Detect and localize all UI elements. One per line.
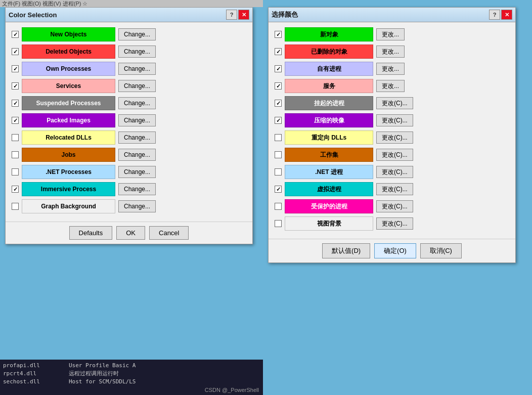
change-btn-10[interactable]: Change...	[118, 200, 156, 212]
defaults-button-cn[interactable]: 默认值(D)	[322, 243, 370, 258]
color-row: 挂起的进程更改(C)...	[275, 96, 509, 110]
color-row: 新对象更改...	[275, 27, 509, 41]
change-btn-2[interactable]: Change...	[118, 63, 156, 75]
color-label-5: Packed Images	[22, 113, 115, 127]
color-label-10: 受保护的进程	[285, 199, 373, 213]
ok-button-cn[interactable]: 确定(O)	[374, 243, 416, 258]
checkbox-5[interactable]	[275, 117, 282, 124]
change-btn-3[interactable]: 更改...	[376, 80, 405, 92]
checkbox-11[interactable]	[275, 220, 282, 227]
checkbox-3[interactable]	[12, 82, 19, 90]
color-label-0: 新对象	[285, 27, 373, 41]
checkbox-1[interactable]	[275, 48, 282, 55]
color-label-7: Jobs	[22, 148, 115, 162]
checkbox-5[interactable]	[12, 117, 19, 124]
checkbox-10[interactable]	[12, 203, 19, 210]
change-btn-2[interactable]: 更改...	[376, 63, 405, 75]
change-btn-5[interactable]: 更改(C)...	[376, 114, 413, 126]
color-row: Deleted ObjectsChange...	[12, 45, 246, 59]
change-btn-0[interactable]: 更改...	[376, 28, 405, 40]
checkbox-2[interactable]	[12, 65, 19, 72]
dialog-cn-title: 选择颜色	[272, 10, 298, 19]
titlebar-cn: 选择颜色 ? ✕	[269, 8, 515, 22]
color-row: 受保护的进程更改(C)...	[275, 199, 509, 213]
color-label-6: Relocated DLLs	[22, 130, 115, 145]
checkbox-0[interactable]	[12, 31, 19, 38]
color-label-2: 自有进程	[285, 62, 373, 76]
color-row: Immersive ProcessChange...	[12, 182, 246, 196]
checkbox-6[interactable]	[275, 134, 282, 141]
color-label-8: .NET 进程	[285, 165, 373, 179]
color-label-9: Immersive Process	[22, 182, 115, 196]
color-label-6: 重定向 DLLs	[285, 130, 373, 145]
color-label-7: 工作集	[285, 148, 373, 162]
change-btn-7[interactable]: Change...	[118, 149, 156, 161]
watermark: CSDN @_PowerShell	[205, 387, 259, 393]
color-row: Relocated DLLsChange...	[12, 130, 246, 145]
color-row: 重定向 DLLs更改(C)...	[275, 130, 509, 145]
taskbar-hint: 文件(F) 视图(O) 视图(V) 进程(P) ☆	[0, 0, 263, 7]
change-btn-5[interactable]: Change...	[118, 114, 156, 126]
color-label-0: New Objects	[22, 27, 115, 41]
bottom-line: rpcrt4.dll远程过程调用运行时	[3, 370, 260, 378]
checkbox-2[interactable]	[275, 65, 282, 72]
dialog-en-footer: Defaults OK Cancel	[6, 222, 252, 244]
checkbox-1[interactable]	[12, 48, 19, 55]
checkbox-9[interactable]	[12, 186, 19, 193]
checkbox-8[interactable]	[275, 168, 282, 175]
change-btn-11[interactable]: 更改(C)...	[376, 217, 413, 230]
change-btn-0[interactable]: Change...	[118, 28, 156, 40]
change-btn-1[interactable]: Change...	[118, 46, 156, 58]
dialog-cn: 选择颜色 ? ✕ 新对象更改...已删除的对象更改...自有进程更改...服务更…	[268, 7, 516, 263]
color-row: New ObjectsChange...	[12, 27, 246, 41]
color-row: 虚拟进程更改(C)...	[275, 182, 509, 196]
color-row: JobsChange...	[12, 148, 246, 162]
color-row: 工作集更改(C)...	[275, 148, 509, 162]
change-btn-7[interactable]: 更改(C)...	[376, 149, 413, 161]
cancel-button-en[interactable]: Cancel	[149, 226, 189, 240]
change-btn-6[interactable]: 更改(C)...	[376, 131, 413, 144]
change-btn-3[interactable]: Change...	[118, 80, 156, 92]
dialog-cn-body: 新对象更改...已删除的对象更改...自有进程更改...服务更改...挂起的进程…	[269, 22, 515, 239]
color-row: 压缩的映像更改(C)...	[275, 113, 509, 127]
color-row: Graph BackgroundChange...	[12, 199, 246, 213]
checkbox-4[interactable]	[275, 100, 282, 107]
dialog-en-body: New ObjectsChange...Deleted ObjectsChang…	[6, 22, 252, 222]
color-row: .NET ProcessesChange...	[12, 165, 246, 179]
checkbox-6[interactable]	[12, 134, 19, 141]
color-label-8: .NET Processes	[22, 165, 115, 179]
checkbox-4[interactable]	[12, 100, 19, 107]
checkbox-7[interactable]	[12, 151, 19, 158]
checkbox-8[interactable]	[12, 168, 19, 175]
change-btn-6[interactable]: Change...	[118, 131, 156, 144]
help-button-cn[interactable]: ?	[489, 10, 500, 20]
titlebar-buttons-en: ? ✕	[226, 10, 249, 20]
checkbox-10[interactable]	[275, 203, 282, 210]
change-btn-9[interactable]: Change...	[118, 183, 156, 195]
titlebar-en: Color Selection ? ✕	[6, 8, 252, 22]
change-btn-4[interactable]: Change...	[118, 97, 156, 109]
dialog-en-title: Color Selection	[9, 11, 57, 19]
change-btn-10[interactable]: 更改(C)...	[376, 200, 413, 212]
color-label-3: Services	[22, 79, 115, 93]
change-btn-1[interactable]: 更改...	[376, 46, 405, 58]
close-button-cn[interactable]: ✕	[501, 10, 512, 20]
change-btn-4[interactable]: 更改(C)...	[376, 97, 413, 109]
color-row: Suspended ProcessesChange...	[12, 96, 246, 110]
change-btn-8[interactable]: 更改(C)...	[376, 166, 413, 178]
dialog-en: Color Selection ? ✕ New ObjectsChange...…	[5, 7, 253, 244]
checkbox-0[interactable]	[275, 31, 282, 38]
color-label-5: 压缩的映像	[285, 113, 373, 127]
checkbox-9[interactable]	[275, 186, 282, 193]
color-row: 视图背景更改(C)...	[275, 216, 509, 231]
checkbox-3[interactable]	[275, 82, 282, 90]
close-button-en[interactable]: ✕	[238, 10, 249, 20]
ok-button-en[interactable]: OK	[116, 226, 145, 240]
change-btn-9[interactable]: 更改(C)...	[376, 183, 413, 195]
change-btn-8[interactable]: Change...	[118, 166, 156, 178]
color-row: Packed ImagesChange...	[12, 113, 246, 127]
cancel-button-cn[interactable]: 取消(C)	[420, 243, 462, 258]
help-button-en[interactable]: ?	[226, 10, 237, 20]
checkbox-7[interactable]	[275, 151, 282, 158]
defaults-button-en[interactable]: Defaults	[69, 226, 113, 240]
